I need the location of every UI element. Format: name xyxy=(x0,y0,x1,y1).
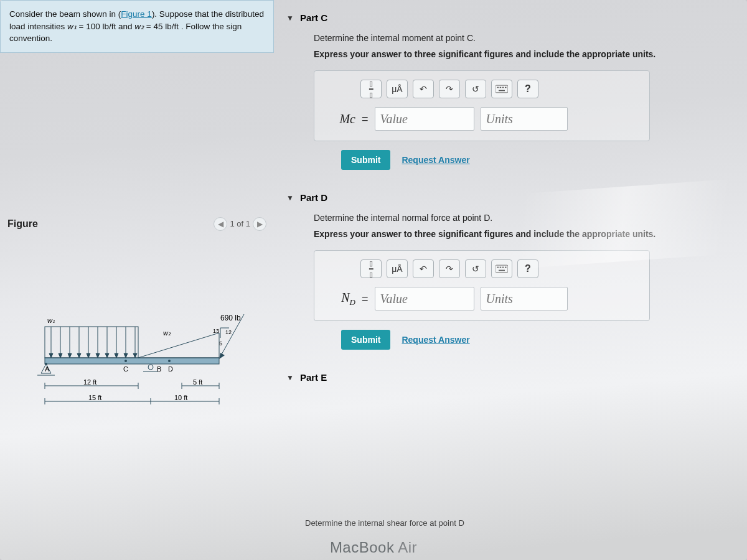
undo-button[interactable]: ↶ xyxy=(413,259,434,278)
units-tool-button[interactable]: μÅ xyxy=(387,259,408,278)
svg-rect-60 xyxy=(502,87,504,88)
keyboard-button[interactable] xyxy=(491,259,512,278)
svg-marker-28 xyxy=(138,333,219,358)
svg-text:5: 5 xyxy=(219,340,222,347)
svg-marker-10 xyxy=(59,353,62,358)
reset-button[interactable]: ↺ xyxy=(465,80,486,98)
figure-counter: 1 of 1 xyxy=(230,219,250,228)
svg-marker-38 xyxy=(219,353,225,359)
svg-marker-24 xyxy=(124,353,128,358)
svg-rect-65 xyxy=(500,267,502,268)
svg-marker-26 xyxy=(133,353,137,358)
part-c-answer-box: ▯━▯ μÅ ↶ ↷ ↺ ? Mc = xyxy=(314,70,650,141)
svg-text:w₂: w₂ xyxy=(163,329,171,337)
part-c-instruction: Determine the internal moment at point C… xyxy=(314,33,735,43)
part-c-title: Part C xyxy=(300,12,327,23)
part-e-instruction-cut: Determine the internal shear force at po… xyxy=(305,518,464,528)
svg-text:A: A xyxy=(45,365,50,373)
svg-point-30 xyxy=(125,360,127,362)
svg-marker-14 xyxy=(77,353,81,358)
figure-link[interactable]: Figure 1 xyxy=(121,9,152,19)
problem-text: Consider the beam shown in ( xyxy=(9,9,121,19)
request-answer-link-c[interactable]: Request Answer xyxy=(402,155,469,165)
svg-rect-68 xyxy=(499,270,505,271)
help-button[interactable]: ? xyxy=(517,80,538,98)
equation-label-mc: Mc xyxy=(323,112,355,126)
part-e-header[interactable]: ▼ Part E xyxy=(286,368,735,386)
svg-rect-66 xyxy=(502,267,504,268)
svg-text:12: 12 xyxy=(225,329,232,335)
collapse-icon: ▼ xyxy=(286,373,294,382)
part-c-format: Express your answer to three significant… xyxy=(314,49,735,59)
problem-statement: Consider the beam shown in (Figure 1). S… xyxy=(0,0,274,53)
undo-button[interactable]: ↶ xyxy=(413,80,434,98)
figure-title: Figure xyxy=(7,218,38,230)
svg-marker-16 xyxy=(87,353,90,358)
figure-panel: Figure ◀ 1 of 1 ▶ xyxy=(0,215,274,420)
redo-button[interactable]: ↷ xyxy=(439,80,460,98)
svg-text:12 ft: 12 ft xyxy=(83,378,96,386)
value-input-d[interactable] xyxy=(375,287,474,310)
fraction-tool-button[interactable]: ▯━▯ xyxy=(360,259,382,278)
svg-marker-22 xyxy=(115,353,118,358)
svg-marker-12 xyxy=(68,353,72,358)
figure-prev-button[interactable]: ◀ xyxy=(214,217,227,231)
device-label: MacBook Air xyxy=(0,539,747,556)
svg-text:w₁: w₁ xyxy=(47,317,55,324)
svg-text:13: 13 xyxy=(213,328,219,334)
svg-rect-59 xyxy=(500,87,502,88)
svg-rect-64 xyxy=(497,267,499,268)
svg-marker-20 xyxy=(105,353,109,358)
part-d-instruction: Determine the internal normal force at p… xyxy=(314,213,735,223)
svg-point-35 xyxy=(168,360,171,362)
svg-rect-57 xyxy=(496,85,508,93)
units-input-c[interactable] xyxy=(481,107,568,131)
reset-button[interactable]: ↺ xyxy=(465,259,486,278)
fraction-tool-button[interactable]: ▯━▯ xyxy=(360,80,382,98)
figure-next-button[interactable]: ▶ xyxy=(253,217,266,231)
equation-label-nd: ND xyxy=(323,291,355,307)
value-input-c[interactable] xyxy=(375,107,474,131)
submit-button-d[interactable]: Submit xyxy=(341,330,390,350)
part-d-answer-box: ▯━▯ μÅ ↶ ↷ ↺ ? ND = xyxy=(314,250,650,321)
svg-text:5 ft: 5 ft xyxy=(193,378,202,386)
svg-rect-0 xyxy=(45,358,219,364)
svg-rect-62 xyxy=(499,90,505,91)
svg-text:B: B xyxy=(157,365,161,373)
keyboard-button[interactable] xyxy=(491,80,512,98)
svg-rect-63 xyxy=(496,265,508,273)
collapse-icon: ▼ xyxy=(286,14,294,22)
units-tool-button[interactable]: μÅ xyxy=(387,80,408,98)
part-d-header[interactable]: ▼ Part D xyxy=(286,189,735,207)
svg-marker-18 xyxy=(96,353,100,358)
units-input-d[interactable] xyxy=(481,287,568,310)
part-d-title: Part D xyxy=(300,192,327,203)
collapse-icon: ▼ xyxy=(286,194,294,202)
request-answer-link-d[interactable]: Request Answer xyxy=(402,335,469,345)
svg-text:10 ft: 10 ft xyxy=(174,394,187,401)
part-c-header[interactable]: ▼ Part C xyxy=(286,9,735,27)
svg-point-4 xyxy=(148,365,153,370)
help-button[interactable]: ? xyxy=(517,259,538,278)
svg-rect-58 xyxy=(497,87,499,88)
svg-text:D: D xyxy=(168,365,173,373)
svg-marker-8 xyxy=(49,353,53,358)
beam-diagram: w₁ w₂ C A B D 690 lb xyxy=(32,283,256,420)
svg-rect-67 xyxy=(505,267,507,268)
svg-text:690 lb: 690 lb xyxy=(220,314,241,322)
svg-text:C: C xyxy=(123,365,128,373)
part-e-title: Part E xyxy=(300,372,327,383)
part-d-format: Express your answer to three significant… xyxy=(314,229,735,239)
redo-button[interactable]: ↷ xyxy=(439,259,460,278)
svg-text:15 ft: 15 ft xyxy=(88,394,101,401)
svg-rect-61 xyxy=(505,87,507,88)
submit-button-c[interactable]: Submit xyxy=(341,150,390,170)
